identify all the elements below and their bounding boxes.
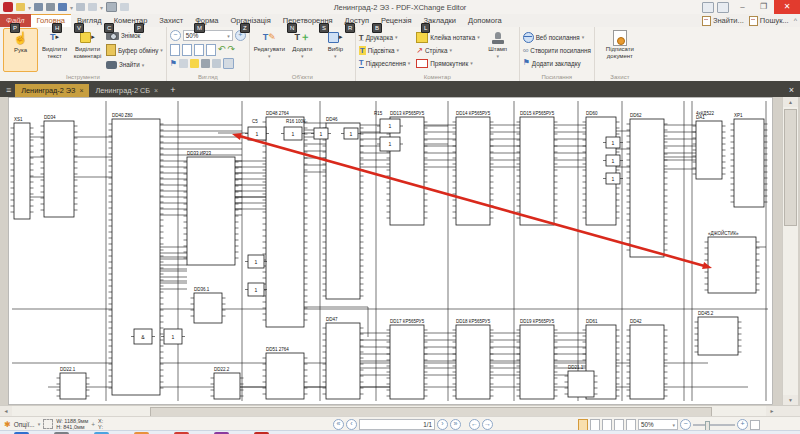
two-page-layout-icon[interactable] bbox=[602, 419, 612, 431]
group-links: Веб посилання▾ ∞ Створити посилання ⚑ До… bbox=[520, 27, 595, 81]
page-dimensions: W: 1188,9мм H: 841,0мм bbox=[56, 418, 88, 430]
vertical-scroll-thumb[interactable] bbox=[784, 109, 797, 226]
menu-tab-organize[interactable]: Організація bbox=[225, 14, 277, 27]
next-page-icon[interactable] bbox=[194, 44, 204, 56]
group-protect: Підписати документ Захист bbox=[595, 27, 645, 81]
print-icon[interactable] bbox=[46, 3, 55, 11]
maximize-button[interactable]: ❐ bbox=[753, 0, 774, 14]
two-page-continuous-layout-icon[interactable] bbox=[614, 419, 624, 431]
search-button[interactable]: Пошук... bbox=[749, 16, 789, 26]
menu-tab-help[interactable]: Допомога bbox=[462, 14, 508, 27]
scroll-up-icon[interactable]: ▲ bbox=[783, 97, 798, 107]
menu-tab-protect[interactable]: Захист bbox=[153, 14, 189, 27]
gear-icon[interactable]: ✱ bbox=[4, 420, 11, 429]
add-object-button[interactable]: T＋ Додати▾ bbox=[286, 28, 319, 72]
close-button[interactable]: ✕ bbox=[774, 0, 800, 14]
arrow-annotation-button[interactable]: ↗ Стрілка▾ bbox=[416, 44, 479, 56]
select-comments-button[interactable]: ▸ Виділити коментарі bbox=[71, 28, 104, 72]
vertical-scrollbar[interactable]: ▲ ▼ bbox=[782, 97, 798, 405]
properties-pane-icon[interactable] bbox=[223, 58, 234, 69]
zoom-slider-knob[interactable] bbox=[705, 421, 710, 431]
select-object-button[interactable]: ▸ Вибір▾ bbox=[319, 28, 352, 72]
sign-document-button[interactable]: Підписати документ bbox=[598, 28, 642, 72]
first-page-button[interactable]: « bbox=[333, 419, 344, 430]
last-page-button[interactable]: » bbox=[450, 419, 461, 430]
add-bookmark-button[interactable]: ⚑ Додати закладку bbox=[523, 57, 591, 69]
find-toolbar-icon[interactable] bbox=[702, 2, 714, 13]
view-forward-button[interactable]: → bbox=[482, 419, 493, 430]
new-tab-button[interactable]: + bbox=[164, 83, 181, 97]
redo-icon[interactable] bbox=[88, 3, 97, 11]
status-zoom-in-button[interactable]: + bbox=[737, 419, 748, 430]
save-icon[interactable] bbox=[34, 3, 43, 11]
stamp-button[interactable]: Штамп▾ bbox=[480, 28, 516, 72]
prev-page-icon[interactable] bbox=[182, 44, 192, 56]
close-document-button[interactable]: × bbox=[783, 83, 800, 97]
rotate-cw-icon[interactable]: ↷ bbox=[227, 45, 235, 54]
tab-menu-icon[interactable]: ≡ bbox=[0, 83, 15, 97]
bookmark-pane-icon[interactable]: ⚑ bbox=[170, 60, 177, 68]
plus-icon: ＋ bbox=[300, 34, 310, 41]
find-tool-button[interactable]: Знайти▾ bbox=[106, 59, 163, 70]
zoom-out-icon[interactable]: − bbox=[170, 30, 181, 41]
highlight-button[interactable]: T Підсвітка▾ bbox=[359, 44, 410, 56]
book-layout-icon[interactable] bbox=[626, 419, 636, 431]
comments-pane-icon[interactable] bbox=[190, 59, 199, 68]
fields-pane-icon[interactable] bbox=[212, 59, 221, 68]
create-link-button[interactable]: ∞ Створити посилання bbox=[523, 44, 591, 56]
search-toolbar-icon[interactable] bbox=[717, 2, 729, 13]
menu-tab-convert[interactable]: Перетворення bbox=[277, 14, 339, 27]
prev-page-button[interactable]: ‹ bbox=[346, 419, 357, 430]
hand-tool-button[interactable]: ☝ Рука bbox=[3, 28, 38, 72]
pages-pane-icon[interactable] bbox=[179, 59, 188, 68]
page-number-field[interactable]: 1/1 bbox=[359, 419, 435, 430]
svg-text:DD17 КР565РУ5: DD17 КР565РУ5 bbox=[390, 319, 425, 324]
keytip-b: B bbox=[372, 23, 382, 33]
zoom-level-combo[interactable]: 50%▾ bbox=[183, 30, 233, 41]
status-zoom-out-button[interactable]: − bbox=[680, 419, 691, 430]
doc-tab-leningrad-sb[interactable]: Ленинград-2 СБ × bbox=[89, 84, 164, 97]
keytip-h: H bbox=[52, 23, 62, 33]
minimize-button[interactable]: – bbox=[732, 0, 753, 14]
typewriter-button[interactable]: T̲ Друкарка▾ bbox=[359, 31, 410, 43]
keyboard-icon[interactable] bbox=[106, 2, 117, 12]
options-button[interactable]: Опції... bbox=[14, 421, 35, 428]
rotate-ccw-icon[interactable]: ↶ bbox=[218, 45, 226, 54]
underline-button[interactable]: T Підкреслення▾ bbox=[359, 57, 410, 69]
touch-mode-icon[interactable] bbox=[120, 3, 129, 11]
doc-tab-leningrad-e3[interactable]: Ленинград-2 ЭЗ × bbox=[15, 84, 89, 97]
attachments-pane-icon[interactable] bbox=[201, 59, 210, 68]
status-zoom-combo[interactable]: 50%▾ bbox=[638, 419, 678, 430]
schematic-page[interactable]: XS1DD34DD40 Z80DD33 ИР23DD36.1DD48 2764D… bbox=[8, 97, 773, 405]
single-page-layout-icon[interactable] bbox=[578, 419, 588, 431]
tools-mini-column: Знімок Буфер обміну▾ Знайти▾ bbox=[104, 28, 163, 72]
menu-tab-home[interactable]: Головна bbox=[31, 14, 72, 27]
email-icon[interactable] bbox=[58, 3, 67, 11]
scroll-left-icon[interactable]: ◄ bbox=[0, 406, 12, 416]
collapse-ribbon-button[interactable]: ^ bbox=[794, 17, 797, 24]
zoom-slider[interactable] bbox=[693, 424, 735, 426]
tab-close-icon[interactable]: × bbox=[154, 84, 158, 97]
tab-close-icon[interactable]: × bbox=[79, 84, 83, 97]
fit-page-icon[interactable] bbox=[750, 420, 760, 430]
next-page-button[interactable]: › bbox=[437, 419, 448, 430]
scroll-down-icon[interactable]: ▼ bbox=[783, 395, 798, 405]
menu-tab-comment[interactable]: Коментар bbox=[108, 14, 154, 27]
open-icon[interactable] bbox=[16, 3, 25, 11]
last-page-icon[interactable] bbox=[206, 44, 216, 56]
svg-text:DD40 Z80: DD40 Z80 bbox=[112, 113, 133, 118]
edit-objects-button[interactable]: T✎ Редагувати▾ bbox=[253, 28, 286, 72]
scroll-right-icon[interactable]: ► bbox=[766, 406, 778, 416]
view-back-button[interactable]: ← bbox=[469, 419, 480, 430]
first-page-icon[interactable] bbox=[170, 44, 180, 56]
find-button[interactable]: Знайти... bbox=[702, 16, 744, 26]
rectangle-annotation-button[interactable]: Прямокутник▾ bbox=[416, 57, 479, 69]
undo-icon[interactable] bbox=[76, 3, 85, 11]
clipboard-button[interactable]: Буфер обміну▾ bbox=[106, 45, 163, 56]
keytip-p: P bbox=[134, 23, 144, 33]
svg-text:DD60: DD60 bbox=[586, 111, 598, 116]
underline-icon: T bbox=[359, 58, 364, 68]
continuous-layout-icon[interactable] bbox=[590, 419, 600, 431]
select-text-button[interactable]: T▸ Виділити текст bbox=[38, 28, 71, 72]
web-link-button[interactable]: Веб посилання▾ bbox=[523, 31, 591, 43]
